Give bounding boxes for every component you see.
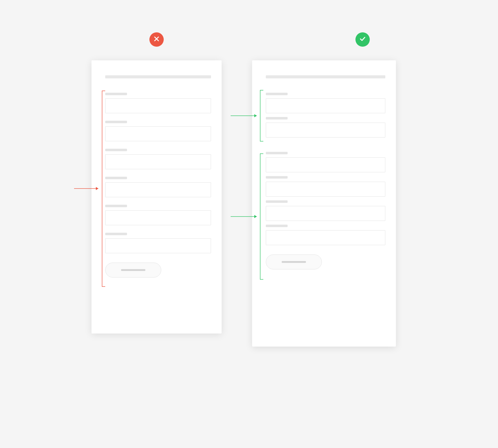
text-input-placeholder: [266, 182, 385, 197]
field-label-placeholder: [105, 233, 127, 235]
submit-button-placeholder: [105, 263, 161, 278]
field-label-placeholder: [105, 121, 127, 123]
text-input-placeholder: [105, 238, 211, 253]
form-field: [266, 152, 385, 172]
check-icon: [359, 35, 366, 44]
form-field: [105, 121, 211, 141]
form-field: [105, 177, 211, 197]
field-label-placeholder: [105, 149, 127, 151]
text-input-placeholder: [266, 157, 385, 172]
text-input-placeholder: [105, 154, 211, 169]
text-input-placeholder: [105, 126, 211, 141]
text-input-placeholder: [266, 123, 385, 138]
form-field: [105, 149, 211, 169]
field-label-placeholder: [266, 200, 288, 203]
form-field: [266, 225, 385, 245]
button-label-placeholder: [121, 269, 145, 271]
incorrect-example-card: [92, 60, 222, 334]
title-placeholder: [266, 75, 385, 78]
form-field: [105, 93, 211, 113]
text-input-placeholder: [105, 182, 211, 197]
field-label-placeholder: [105, 93, 127, 95]
form-field: [266, 93, 385, 113]
form-field: [266, 176, 385, 197]
field-label-placeholder: [266, 225, 288, 227]
field-label-placeholder: [266, 93, 288, 95]
x-icon: [153, 36, 160, 43]
text-input-placeholder: [266, 98, 385, 113]
form-field: [266, 117, 385, 138]
form-field: [105, 233, 211, 253]
submit-button-placeholder: [266, 254, 322, 269]
field-label-placeholder: [266, 176, 288, 179]
form-field: [266, 200, 385, 221]
text-input-placeholder: [266, 230, 385, 245]
incorrect-badge: [149, 32, 164, 47]
field-label-placeholder: [105, 177, 127, 179]
text-input-placeholder: [105, 210, 211, 225]
comparison-diagram: [65, 9, 433, 352]
text-input-placeholder: [266, 206, 385, 221]
field-label-placeholder: [105, 205, 127, 207]
button-label-placeholder: [282, 261, 306, 263]
field-label-placeholder: [266, 152, 288, 154]
title-placeholder: [105, 75, 211, 78]
form-field: [105, 205, 211, 225]
text-input-placeholder: [105, 98, 211, 113]
field-label-placeholder: [266, 117, 288, 119]
correct-badge: [355, 32, 370, 47]
correct-example-card: [252, 60, 396, 347]
